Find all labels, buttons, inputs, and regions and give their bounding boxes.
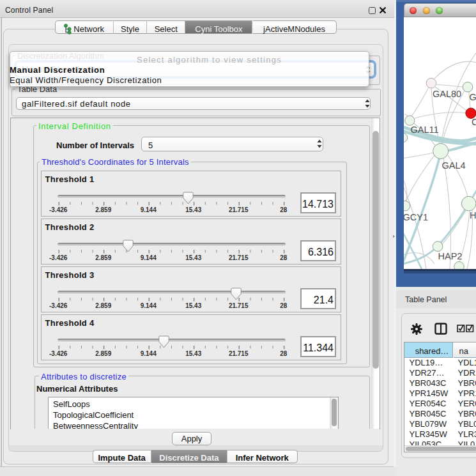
svg-text:GCY1: GCY1 xyxy=(404,212,428,222)
svg-text:GAL80: GAL80 xyxy=(433,89,461,99)
svg-text:HAP2: HAP2 xyxy=(438,251,463,261)
svg-text:GA: GA xyxy=(470,92,476,102)
svg-text:C: C xyxy=(472,117,476,127)
svg-text:GAL11: GAL11 xyxy=(411,125,439,135)
svg-text:H: H xyxy=(470,210,476,220)
svg-text:GAL4: GAL4 xyxy=(442,160,466,170)
